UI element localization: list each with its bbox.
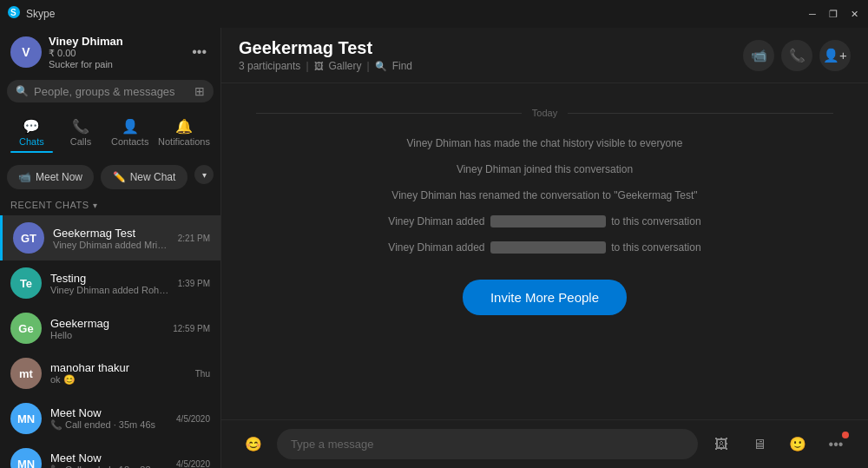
user-name: Viney Dhiman bbox=[49, 35, 181, 48]
action-buttons: 📹 Meet Now ✏️ New Chat ▾ bbox=[0, 160, 220, 194]
video-call-icon: 📹 bbox=[751, 48, 767, 63]
chat-content: Testing Viney Dhiman added Rohit C... bbox=[50, 272, 169, 295]
svg-text:S: S bbox=[10, 8, 16, 17]
gallery-icon: 🖼 bbox=[314, 61, 324, 71]
more-reactions-button[interactable]: 🙂 bbox=[783, 430, 812, 459]
image-upload-icon: 🖼 bbox=[714, 437, 728, 452]
app-icon: S bbox=[7, 5, 21, 23]
chat-time: 1:39 PM bbox=[178, 279, 210, 288]
user-header: V Viney Dhiman ₹ 0.00 Sucker for pain ••… bbox=[0, 28, 220, 76]
find-link[interactable]: Find bbox=[392, 60, 412, 72]
minimize-btn[interactable]: ─ bbox=[806, 7, 819, 21]
notifications-icon: 🔔 bbox=[175, 118, 193, 135]
system-message-1: Viney Dhiman has made the chat history v… bbox=[256, 135, 833, 151]
chevron-down-icon: ▾ bbox=[93, 201, 98, 210]
audio-call-button[interactable]: 📞 bbox=[781, 40, 812, 71]
messages-area: Today Viney Dhiman has made the chat his… bbox=[221, 83, 868, 419]
nav-tabs: 💬 Chats 📞 Calls 👤 Contacts 🔔 Notificatio… bbox=[0, 109, 220, 160]
chat-name: Meet Now bbox=[50, 406, 168, 419]
chat-item-manohar[interactable]: mt manohar thakur ok 😊 Thu bbox=[0, 351, 220, 396]
emoji-button[interactable]: 😊 bbox=[239, 430, 268, 459]
chat-list: GT Geekermag Test Viney Dhiman added Mri… bbox=[0, 215, 220, 468]
file-upload-button[interactable]: 🖥 bbox=[745, 430, 774, 459]
chat-name: Meet Now bbox=[50, 452, 168, 465]
user-avatar[interactable]: V bbox=[10, 36, 42, 68]
user-balance: ₹ 0.00 bbox=[49, 48, 76, 59]
chat-avatar: mt bbox=[10, 358, 42, 389]
audio-call-icon: 📞 bbox=[789, 48, 806, 63]
chat-item-meet-now-2[interactable]: MN Meet Now 📞 Call ended · 18m 33s 4/5/2… bbox=[0, 441, 220, 468]
find-icon: 🔍 bbox=[375, 61, 387, 72]
redacted-name-1: ██████████ bbox=[490, 215, 606, 227]
chat-name: Geekermag Test bbox=[53, 227, 169, 240]
chat-header: Geekermag Test 3 participants | 🖼 Galler… bbox=[221, 28, 868, 83]
video-call-button[interactable]: 📹 bbox=[743, 40, 774, 71]
chat-name: Testing bbox=[50, 272, 169, 285]
chat-content: Geekermag Hello bbox=[50, 317, 164, 340]
meet-now-button[interactable]: 📹 Meet Now bbox=[7, 165, 94, 189]
system-message-5: Viney Dhiman added ██████████ to this co… bbox=[256, 240, 833, 255]
chat-item-testing[interactable]: Te Testing Viney Dhiman added Rohit C...… bbox=[0, 260, 220, 306]
tab-calls[interactable]: 📞 Calls bbox=[56, 113, 106, 156]
recent-chats-header[interactable]: RECENT CHATS ▾ bbox=[0, 194, 220, 215]
calls-icon: 📞 bbox=[72, 118, 89, 135]
chat-preview: 📞 Call ended · 35m 46s bbox=[50, 419, 168, 431]
close-btn[interactable]: ✕ bbox=[847, 7, 861, 21]
notification-badge bbox=[842, 432, 849, 438]
chat-avatar: Ge bbox=[10, 313, 42, 344]
chat-time: 12:59 PM bbox=[173, 324, 210, 333]
new-chat-dropdown-button[interactable]: ▾ bbox=[194, 165, 214, 184]
main-layout: V Viney Dhiman ₹ 0.00 Sucker for pain ••… bbox=[0, 28, 868, 468]
user-status: Sucker for pain bbox=[49, 59, 181, 69]
contacts-icon: 👤 bbox=[122, 118, 139, 135]
chat-time: 4/5/2020 bbox=[176, 459, 210, 469]
add-participant-button[interactable]: 👤+ bbox=[819, 40, 851, 71]
separator-2: | bbox=[367, 60, 370, 72]
chat-avatar: GT bbox=[13, 222, 44, 254]
system-message-2: Viney Dhiman joined this conversation bbox=[256, 161, 833, 177]
restore-btn[interactable]: ❐ bbox=[826, 7, 840, 21]
search-icon: 🔍 bbox=[16, 85, 29, 97]
chat-item-geekermag[interactable]: Ge Geekermag Hello 12:59 PM bbox=[0, 306, 220, 351]
chat-preview: Viney Dhiman added Mrikul... bbox=[53, 240, 169, 250]
window-controls: ─ ❐ ✕ bbox=[806, 7, 861, 21]
chat-name: Geekermag bbox=[50, 317, 164, 330]
chat-avatar: MN bbox=[10, 403, 42, 434]
separator-1: | bbox=[306, 60, 308, 72]
grid-icon[interactable]: ⊞ bbox=[194, 84, 205, 98]
message-input[interactable] bbox=[277, 429, 698, 459]
chat-meta: 3 participants | 🖼 Gallery | 🔍 Find bbox=[239, 60, 743, 72]
image-upload-button[interactable]: 🖼 bbox=[707, 430, 736, 459]
chat-item-meet-now-1[interactable]: MN Meet Now 📞 Call ended · 35m 46s 4/5/2… bbox=[0, 396, 220, 441]
search-input[interactable] bbox=[34, 85, 189, 98]
tab-notifications[interactable]: 🔔 Notifications bbox=[155, 113, 214, 156]
add-participant-icon: 👤+ bbox=[823, 48, 847, 63]
chat-title: Geekermag Test bbox=[239, 38, 743, 58]
system-message-4: Viney Dhiman added ██████████ to this co… bbox=[256, 214, 833, 229]
search-bar: 🔍 ⊞ bbox=[7, 80, 214, 102]
content-area: Geekermag Test 3 participants | 🖼 Galler… bbox=[221, 28, 868, 468]
gallery-link[interactable]: Gallery bbox=[329, 60, 362, 72]
chat-time: 2:21 PM bbox=[178, 234, 210, 243]
invite-more-people-button[interactable]: Invite More People bbox=[463, 280, 627, 315]
invite-section: Invite More People bbox=[256, 280, 833, 315]
more-options-icon: ••• bbox=[829, 437, 844, 452]
sidebar: V Viney Dhiman ₹ 0.00 Sucker for pain ••… bbox=[0, 28, 221, 468]
chat-avatar: MN bbox=[10, 448, 42, 468]
participants-label[interactable]: 3 participants bbox=[239, 60, 300, 72]
chat-content: Meet Now 📞 Call ended · 35m 46s bbox=[50, 406, 168, 431]
app-title: Skype bbox=[26, 8, 806, 20]
system-message-3: Viney Dhiman has renamed the conversatio… bbox=[256, 188, 833, 203]
tab-chats[interactable]: 💬 Chats bbox=[7, 113, 56, 156]
chat-content: manohar thakur ok 😊 bbox=[50, 361, 187, 386]
user-info: Viney Dhiman ₹ 0.00 Sucker for pain bbox=[49, 35, 181, 69]
more-options-button[interactable]: ••• bbox=[821, 430, 851, 459]
chat-preview: Viney Dhiman added Rohit C... bbox=[50, 285, 169, 295]
chat-item-geekermag-test[interactable]: GT Geekermag Test Viney Dhiman added Mri… bbox=[0, 215, 220, 260]
new-chat-button[interactable]: ✏️ New Chat bbox=[101, 165, 187, 189]
tab-contacts[interactable]: 👤 Contacts bbox=[105, 113, 155, 156]
chat-name: manohar thakur bbox=[50, 361, 187, 374]
user-more-button[interactable]: ••• bbox=[188, 41, 210, 63]
date-divider: Today bbox=[256, 108, 833, 118]
chat-time: Thu bbox=[195, 369, 210, 379]
